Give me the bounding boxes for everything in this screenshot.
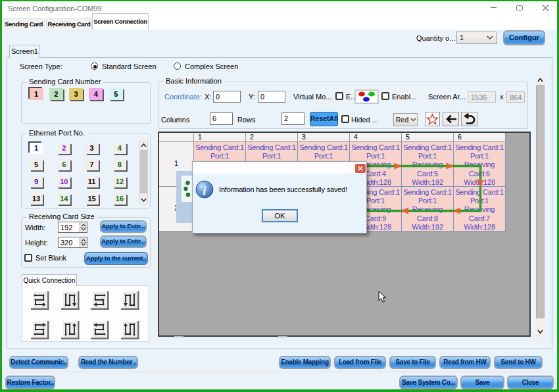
svg-text:i: i xyxy=(203,184,207,197)
